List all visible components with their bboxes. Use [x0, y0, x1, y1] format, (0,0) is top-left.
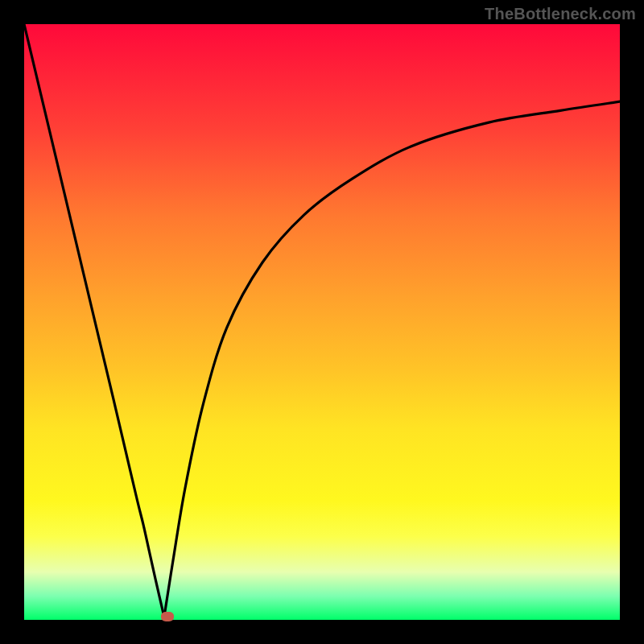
- curve-left-branch: [24, 24, 164, 617]
- watermark-text: TheBottleneck.com: [485, 5, 636, 23]
- chart-frame: TheBottleneck.com: [0, 0, 644, 644]
- curve-svg: [24, 24, 620, 620]
- plot-area: [24, 24, 620, 620]
- curve-right-branch: [164, 101, 620, 617]
- minimum-marker: [161, 612, 174, 621]
